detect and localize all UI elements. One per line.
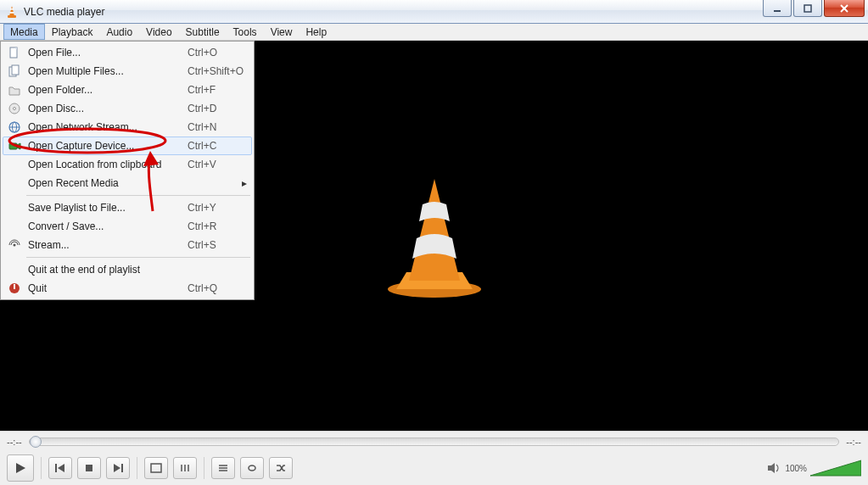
svg-marker-21: [17, 143, 20, 149]
network-icon: [4, 120, 25, 134]
menu-item-open-network-stream[interactable]: Open Network Stream...Ctrl+N: [3, 118, 252, 137]
next-button[interactable]: [106, 457, 130, 479]
menu-item-open-multiple-files[interactable]: Open Multiple Files...Ctrl+Shift+O: [3, 62, 252, 81]
svg-marker-31: [114, 464, 120, 472]
svg-marker-0: [9, 6, 14, 16]
folder-icon: [4, 83, 25, 97]
menu-item-open-disc[interactable]: Open Disc...Ctrl+D: [3, 99, 252, 118]
svg-marker-40: [768, 463, 775, 473]
capture-icon: [4, 139, 25, 153]
menu-item-open-folder[interactable]: Open Folder...Ctrl+F: [3, 81, 252, 99]
loop-button[interactable]: [240, 457, 264, 479]
menu-item-open-capture-device[interactable]: Open Capture Device...Ctrl+C: [3, 137, 252, 155]
svg-point-22: [14, 244, 16, 247]
svg-point-16: [14, 108, 16, 110]
svg-rect-20: [9, 143, 17, 149]
svg-rect-1: [8, 15, 16, 18]
menu-item-shortcut: Ctrl+Shift+O: [188, 65, 247, 77]
submenu-arrow-icon: ▸: [238, 177, 247, 189]
vlc-cone-icon: [5, 5, 19, 19]
media-dropdown-menu: Open File...Ctrl+OOpen Multiple Files...…: [0, 41, 255, 300]
title-bar: VLC media player: [0, 0, 868, 24]
menu-item-shortcut: Ctrl+D: [188, 103, 247, 114]
minimize-button[interactable]: [763, 0, 792, 17]
shuffle-button[interactable]: [269, 457, 293, 479]
menu-item-shortcut: Ctrl+F: [188, 84, 247, 96]
menu-item-shortcut: Ctrl+Q: [188, 282, 247, 294]
stream-icon: [4, 238, 25, 252]
menu-item-open-recent-media[interactable]: Open Recent Media▸: [3, 174, 252, 192]
menu-item-label: Open Capture Device...: [25, 140, 188, 152]
menu-item-label: Quit at the end of playlist: [25, 264, 188, 276]
fullscreen-button[interactable]: [144, 457, 168, 479]
controls-bar: 100%: [0, 451, 868, 485]
menu-tools[interactable]: Tools: [227, 24, 264, 40]
previous-button[interactable]: [48, 457, 72, 479]
menu-media[interactable]: Media: [3, 24, 45, 40]
menu-help[interactable]: Help: [299, 24, 333, 40]
menu-item-label: Convert / Save...: [25, 220, 188, 232]
vlc-logo-icon: [379, 172, 490, 299]
menu-item-save-playlist-to-file[interactable]: Save Playlist to File...Ctrl+Y: [3, 198, 252, 217]
svg-marker-29: [58, 464, 64, 472]
menu-bar: MediaPlaybackAudioVideoSubtitleToolsView…: [0, 24, 868, 41]
menu-item-shortcut: Ctrl+S: [188, 239, 247, 251]
menu-audio[interactable]: Audio: [99, 24, 139, 40]
menu-subtitle[interactable]: Subtitle: [179, 24, 227, 40]
svg-rect-5: [804, 5, 811, 12]
menu-item-label: Open File...: [25, 47, 188, 59]
menu-item-label: Open Folder...: [25, 84, 188, 96]
svg-marker-10: [409, 179, 460, 281]
menu-item-convert-save[interactable]: Convert / Save...Ctrl+R: [3, 217, 252, 236]
menu-item-shortcut: Ctrl+N: [188, 121, 247, 133]
menu-item-label: Open Disc...: [25, 103, 188, 114]
menu-item-label: Stream...: [25, 239, 188, 251]
file-icon: [4, 46, 25, 59]
play-button[interactable]: [7, 454, 34, 482]
quit-icon: [4, 282, 25, 295]
svg-rect-14: [12, 65, 19, 75]
menu-view[interactable]: View: [264, 24, 300, 40]
speaker-icon[interactable]: [766, 461, 781, 475]
menu-item-label: Open Recent Media: [25, 177, 179, 189]
seek-bar-row: --:-- --:--: [0, 431, 868, 451]
stop-button[interactable]: [77, 457, 101, 479]
svg-rect-28: [55, 464, 57, 472]
menu-item-label: Save Playlist to File...: [25, 202, 188, 214]
menu-item-open-location-from-clipboard[interactable]: Open Location from clipboardCtrl+V: [3, 155, 252, 174]
seek-slider[interactable]: [29, 438, 840, 446]
svg-marker-41: [810, 460, 861, 476]
svg-rect-33: [151, 464, 161, 472]
svg-rect-3: [10, 12, 14, 14]
menu-item-label: Quit: [25, 282, 188, 294]
files-icon: [4, 64, 25, 78]
maximize-button[interactable]: [793, 0, 822, 17]
menu-item-shortcut: Ctrl+O: [188, 47, 247, 59]
menu-item-quit-at-the-end-of-playlist[interactable]: Quit at the end of playlist: [3, 260, 252, 279]
time-elapsed: --:--: [7, 437, 22, 447]
menu-item-shortcut: Ctrl+R: [188, 220, 247, 232]
volume-percent: 100%: [785, 464, 807, 473]
playlist-button[interactable]: [211, 457, 235, 479]
svg-rect-2: [10, 8, 14, 10]
menu-item-label: Open Network Stream...: [25, 121, 188, 133]
close-button[interactable]: [824, 0, 865, 17]
svg-marker-27: [16, 463, 25, 473]
menu-item-label: Open Multiple Files...: [25, 65, 188, 77]
menu-item-open-file[interactable]: Open File...Ctrl+O: [3, 43, 252, 62]
svg-rect-24: [14, 284, 15, 289]
disc-icon: [4, 102, 25, 115]
volume-slider[interactable]: [810, 459, 861, 477]
window-title: VLC media player: [24, 6, 104, 18]
menu-video[interactable]: Video: [139, 24, 178, 40]
menu-playback[interactable]: Playback: [45, 24, 100, 40]
menu-item-label: Open Location from clipboard: [25, 159, 188, 170]
extended-settings-button[interactable]: [173, 457, 197, 479]
svg-rect-30: [86, 465, 92, 471]
svg-rect-32: [121, 464, 123, 472]
menu-item-shortcut: Ctrl+Y: [188, 202, 247, 214]
menu-item-stream[interactable]: Stream...Ctrl+S: [3, 236, 252, 254]
time-total: --:--: [846, 437, 861, 447]
menu-item-quit[interactable]: QuitCtrl+Q: [3, 279, 252, 298]
menu-item-shortcut: Ctrl+V: [188, 159, 247, 170]
